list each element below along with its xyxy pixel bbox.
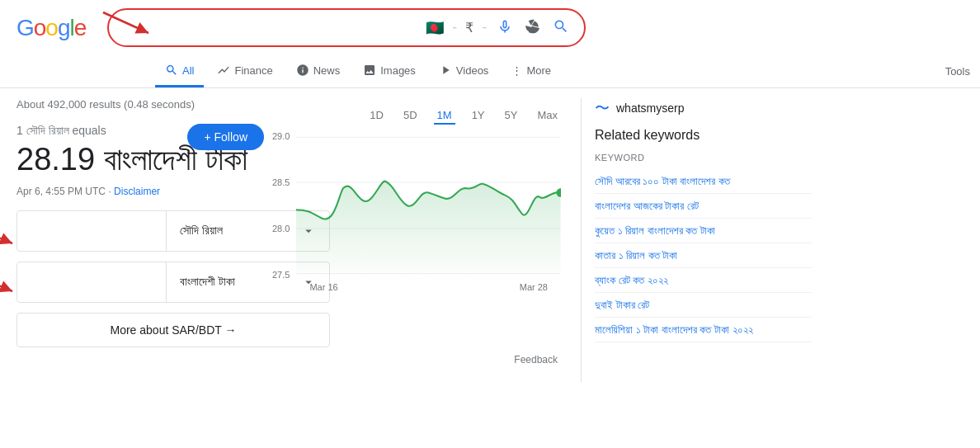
y-label-1: 29.0 (272, 131, 290, 141)
tab-images[interactable]: Images (353, 55, 426, 87)
to-amount-input[interactable]: 28.19 (17, 263, 166, 300)
tab-all-label: All (182, 64, 194, 77)
keyword-list: সৌদি আরবের ১০০ টাকা বাংলাদেশর কত বাংলাদে… (595, 169, 812, 342)
to-currency-label: বাংলাদেশী টাকা (180, 275, 235, 289)
keyword-link-2[interactable]: বাংলাদেশর আজকের টাকার রেট (595, 200, 699, 212)
list-item[interactable]: ব্যাংক রেট কত ২০২২ (595, 268, 812, 293)
list-item[interactable]: বাংলাদেশর আজকের টাকার রেট (595, 194, 812, 219)
currency-chart (296, 131, 561, 280)
whatsmyserp-label: whatsmyserp (616, 101, 684, 115)
list-item[interactable]: সৌদি আরবের ১০০ টাকা বাংলাদেশর কত (595, 169, 812, 194)
related-keywords-title: Related keywords (595, 128, 812, 143)
more-about-button[interactable]: More about SAR/BDT → (16, 313, 330, 347)
keyword-link-3[interactable]: কুয়েত ১ রিয়াল বাংলাদেশর কত টাকা (595, 224, 715, 237)
chart-tab-1y[interactable]: 1Y (469, 107, 488, 125)
tab-finance[interactable]: Finance (207, 55, 282, 87)
keyword-column-header: KEYWORD (595, 153, 812, 163)
list-item[interactable]: মালেয়িশিয়া ১ টাকা বাংলাদেশর কত টাকা ২০… (595, 318, 812, 342)
keyword-link-7[interactable]: মালেয়িশিয়া ১ টাকা বাংলাদেশর কত টাকা ২০… (595, 323, 753, 336)
camera-button[interactable] (523, 17, 543, 39)
follow-button[interactable]: + Follow (187, 124, 264, 150)
keyword-link-1[interactable]: সৌদি আরবের ১০০ টাকা বাংলাদেশর কত (595, 175, 730, 187)
tab-videos-label: Videos (456, 64, 489, 77)
tab-more[interactable]: ⋮ More (502, 56, 561, 87)
search-bar[interactable]: সৌদি ১ টাকা বাংলাদেশের কত টাকা 🇧🇩 - ₹ - (107, 8, 586, 47)
keyword-link-5[interactable]: ব্যাংক রেট কত ২০২২ (595, 274, 668, 286)
tab-finance-label: Finance (234, 64, 272, 77)
whatsmyserp-icon: 〜 (595, 98, 610, 118)
chart-tab-5d[interactable]: 5D (400, 107, 421, 125)
from-amount-input[interactable]: 1 (17, 212, 166, 249)
list-item[interactable]: কুয়েত ১ রিয়াল বাংলাদেশর কত টাকা (595, 219, 812, 243)
divider2: - (482, 19, 487, 36)
keyword-link-4[interactable]: কাতার ১ রিয়াল কত টাকা (595, 249, 677, 262)
keyword-link-6[interactable]: দুবাই টাকার রেট (595, 299, 649, 311)
search-button[interactable] (551, 17, 571, 39)
flag-icon: 🇧🇩 (426, 19, 444, 37)
chart-tab-1d[interactable]: 1D (366, 107, 387, 125)
chart-tab-5y[interactable]: 5Y (502, 107, 521, 125)
y-label-2: 28.5 (272, 177, 290, 187)
currency-icon: ₹ (465, 20, 474, 35)
tab-all[interactable]: All (155, 55, 204, 87)
tab-images-label: Images (380, 64, 416, 77)
tab-news[interactable]: News (286, 55, 351, 87)
tools-button[interactable]: Tools (935, 57, 980, 86)
x-label-mar16: Mar 16 (309, 282, 337, 292)
disclaimer-link[interactable]: Disclaimer (114, 186, 160, 197)
more-dots-icon: ⋮ (511, 64, 522, 77)
tab-more-label: More (526, 64, 551, 77)
chart-tab-1m[interactable]: 1M (434, 107, 455, 125)
google-logo: Google (16, 15, 86, 41)
chart-tab-max[interactable]: Max (534, 107, 561, 125)
divider: - (452, 19, 457, 36)
tab-news-label: News (313, 64, 341, 77)
from-currency-label: সৌদি রিয়াল (180, 224, 223, 238)
y-label-3: 28.0 (272, 224, 290, 233)
y-label-4: 27.5 (272, 270, 290, 280)
list-item[interactable]: কাতার ১ রিয়াল কত টাকা (595, 243, 812, 268)
x-label-mar28: Mar 28 (520, 282, 548, 292)
feedback-link[interactable]: Feedback (16, 354, 561, 365)
mic-button[interactable] (495, 17, 515, 39)
tab-videos[interactable]: Videos (429, 55, 499, 87)
search-input[interactable]: সৌদি ১ টাকা বাংলাদেশের কত টাকা (122, 21, 417, 35)
list-item[interactable]: দুবাই টাকার রেট (595, 293, 812, 318)
